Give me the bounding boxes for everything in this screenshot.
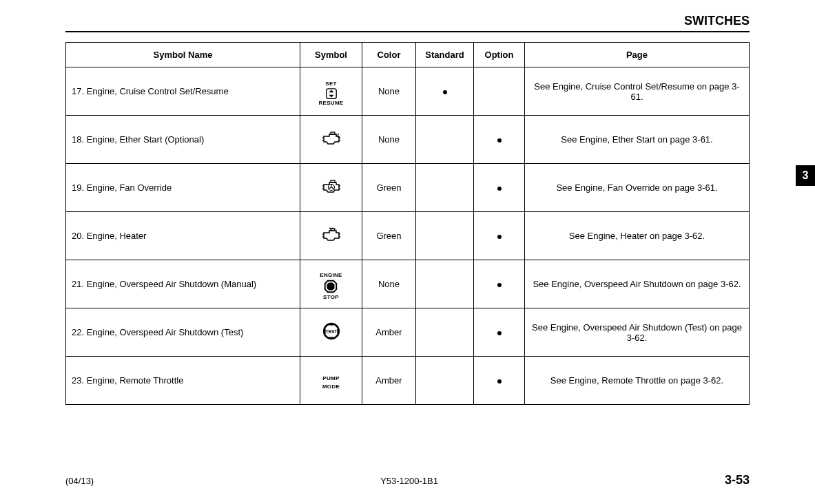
- cell-symbol: SETRESUME: [300, 67, 362, 116]
- cell-option: [474, 67, 525, 116]
- row-name: Engine, Remote Throttle: [87, 375, 184, 386]
- cell-color: Green: [362, 212, 416, 260]
- cell-standard: [416, 308, 474, 357]
- cell-standard: [416, 116, 474, 164]
- row-number: 23.: [72, 375, 84, 386]
- table-row: 23. Engine, Remote ThrottlePUMPMODEAmber…: [66, 357, 750, 405]
- row-name: Engine, Ether Start (Optional): [87, 134, 205, 145]
- table-row: 21. Engine, Overspeed Air Shutdown (Manu…: [66, 260, 750, 308]
- switches-table: Symbol Name Symbol Color Standard Option…: [65, 42, 750, 405]
- engine-heater-icon: [321, 227, 342, 242]
- cell-page: See Engine, Overspeed Air Shutdown on pa…: [525, 260, 750, 308]
- option-dot-icon: [497, 187, 502, 191]
- th-standard: Standard: [416, 43, 474, 67]
- cell-symbol: [300, 212, 362, 260]
- cell-color: Green: [362, 164, 416, 212]
- footer-date: (04/13): [65, 476, 94, 486]
- remote-throttle-icon: PUMPMODE: [322, 376, 340, 390]
- cell-color: Amber: [362, 357, 416, 405]
- table-row: 17. Engine, Cruise Control Set/ResumeSET…: [66, 67, 750, 116]
- cell-option: [474, 212, 525, 260]
- chapter-tab: 3: [796, 165, 815, 186]
- row-name: Engine, Heater: [87, 231, 147, 241]
- cell-symbol-name: 17. Engine, Cruise Control Set/Resume: [66, 67, 300, 116]
- row-number: 20.: [72, 231, 84, 241]
- th-symbol: Symbol: [300, 43, 362, 67]
- table-row: 20. Engine, HeaterGreenSee Engine, Heate…: [66, 212, 750, 260]
- row-name: Engine, Overspeed Air Shutdown (Manual): [87, 279, 256, 289]
- cell-option: [474, 357, 525, 405]
- document-page: SWITCHES Symbol Name Symbol Color Standa…: [0, 0, 815, 504]
- cell-standard: [416, 357, 474, 405]
- overspeed-shutdown-icon: ENGINESTOP: [320, 273, 342, 300]
- cell-symbol-name: 18. Engine, Ether Start (Optional): [66, 116, 300, 164]
- ether-start-icon: [321, 131, 342, 146]
- page-title: SWITCHES: [65, 14, 750, 32]
- cell-symbol: PUMPMODE: [300, 357, 362, 405]
- cell-color: Amber: [362, 308, 416, 357]
- row-number: 17.: [72, 86, 84, 96]
- cell-color: None: [362, 116, 416, 164]
- standard-dot-icon: [443, 90, 447, 94]
- table-header-row: Symbol Name Symbol Color Standard Option…: [66, 43, 750, 67]
- cell-standard: [416, 164, 474, 212]
- fan-override-icon: [321, 179, 342, 194]
- table-row: 18. Engine, Ether Start (Optional)NoneSe…: [66, 116, 750, 164]
- overspeed-shutdown-test-icon: [322, 322, 341, 341]
- cell-color: None: [362, 67, 416, 116]
- row-name: Engine, Overspeed Air Shutdown (Test): [87, 327, 244, 337]
- cruise-set-resume-icon: SETRESUME: [318, 81, 343, 106]
- cell-symbol: [300, 164, 362, 212]
- option-dot-icon: [497, 331, 502, 335]
- cell-page: See Engine, Fan Override on page 3-61.: [525, 164, 750, 212]
- row-number: 18.: [72, 134, 84, 145]
- cell-standard: [416, 260, 474, 308]
- icon-top-label: PUMP: [322, 376, 339, 381]
- footer-docnum: Y53-1200-1B1: [380, 476, 438, 486]
- cell-page: See Engine, Remote Throttle on page 3-62…: [525, 357, 750, 405]
- cell-symbol: [300, 308, 362, 357]
- th-symbol-name: Symbol Name: [66, 43, 300, 67]
- th-page: Page: [525, 43, 750, 67]
- cell-standard: [416, 67, 474, 116]
- table-row: 22. Engine, Overspeed Air Shutdown (Test…: [66, 308, 750, 357]
- cell-standard: [416, 212, 474, 260]
- th-option: Option: [474, 43, 525, 67]
- cell-option: [474, 308, 525, 357]
- icon-top-label: ENGINE: [320, 273, 342, 278]
- table-body: 17. Engine, Cruise Control Set/ResumeSET…: [66, 67, 750, 405]
- icon-bottom-label: RESUME: [318, 101, 343, 106]
- cell-option: [474, 164, 525, 212]
- row-number: 22.: [72, 327, 84, 337]
- cell-page: See Engine, Overspeed Air Shutdown (Test…: [525, 308, 750, 357]
- cell-page: See Engine, Ether Start on page 3-61.: [525, 116, 750, 164]
- cell-option: [474, 260, 525, 308]
- cell-color: None: [362, 260, 416, 308]
- th-color: Color: [362, 43, 416, 67]
- icon-top-label: SET: [325, 81, 336, 87]
- option-dot-icon: [497, 379, 502, 384]
- cell-symbol: ENGINESTOP: [300, 260, 362, 308]
- option-dot-icon: [497, 138, 502, 143]
- cell-symbol-name: 23. Engine, Remote Throttle: [66, 357, 300, 405]
- icon-bottom-label: STOP: [323, 295, 339, 300]
- icon-bottom-label: MODE: [322, 384, 340, 390]
- footer-page-number: 3-53: [725, 473, 750, 487]
- table-row: 19. Engine, Fan OverrideGreenSee Engine,…: [66, 164, 750, 212]
- cell-page: See Engine, Cruise Control Set/Resume on…: [525, 67, 750, 116]
- cell-symbol-name: 20. Engine, Heater: [66, 212, 300, 260]
- option-dot-icon: [497, 235, 502, 239]
- page-footer: (04/13) Y53-1200-1B1 3-53: [65, 473, 750, 487]
- row-name: Engine, Fan Override: [87, 182, 172, 193]
- option-dot-icon: [497, 283, 502, 287]
- cell-symbol-name: 22. Engine, Overspeed Air Shutdown (Test…: [66, 308, 300, 357]
- row-number: 19.: [72, 182, 84, 193]
- row-name: Engine, Cruise Control Set/Resume: [87, 86, 229, 96]
- row-number: 21.: [72, 279, 84, 289]
- cell-symbol-name: 19. Engine, Fan Override: [66, 164, 300, 212]
- cell-page: See Engine, Heater on page 3-62.: [525, 212, 750, 260]
- cell-option: [474, 116, 525, 164]
- cell-symbol: [300, 116, 362, 164]
- cell-symbol-name: 21. Engine, Overspeed Air Shutdown (Manu…: [66, 260, 300, 308]
